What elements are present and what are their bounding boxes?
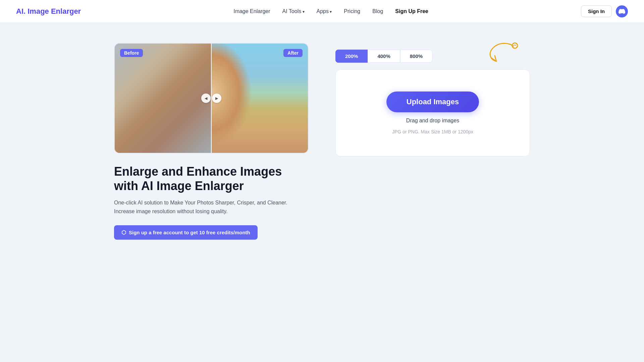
file-info-text: JPG or PNG. Max Size 1MB or 1200px [392,129,473,134]
diamond-icon: ⬡ [121,229,126,236]
site-logo[interactable]: AI. Image Enlarger [16,7,81,16]
nav-item-ai-tools[interactable]: AI Tools [282,8,305,14]
arrow-left-icon: ◀ [201,94,211,103]
nav-link-signup[interactable]: Sign Up Free [395,8,428,14]
hero-cta-button[interactable]: ⬡ Sign up a free account to get 10 free … [114,225,258,240]
nav-item-blog[interactable]: Blog [372,8,383,14]
before-badge: Before [120,49,143,57]
left-section: ◀ ▶ Before After Enlarge and Enhance Ima… [114,43,309,240]
nav-link-pricing[interactable]: Pricing [344,8,360,14]
hero-subtitle: One-click AI solution to Make Your Photo… [114,198,309,216]
drag-drop-text: Drag and drop images [406,118,459,124]
navbar: AI. Image Enlarger Image Enlarger AI Too… [0,0,644,23]
logo-text: AI. Image Enlarger [16,7,81,15]
zoom-400-button[interactable]: 400% [368,50,400,63]
main-content: ◀ ▶ Before After Enlarge and Enhance Ima… [87,23,557,260]
nav-link-apps[interactable]: Apps [317,8,332,14]
sign-in-button[interactable]: Sign In [581,5,612,17]
right-section: 200% 400% 800% Upload Images Drag and dr… [335,43,530,157]
arrow-right-icon: ▶ [212,94,221,103]
nav-links: Image Enlarger AI Tools Apps Pricing Blo… [233,8,428,14]
cta-label: Sign up a free account to get 10 free cr… [129,230,250,235]
before-image [115,44,211,153]
after-badge: After [283,49,303,57]
discord-icon[interactable] [616,5,628,17]
upload-button[interactable]: Upload Images [386,92,479,112]
nav-item-pricing[interactable]: Pricing [344,8,360,14]
arrow-doodle [483,40,523,66]
hero-title: Enlarge and Enhance Images with AI Image… [114,164,309,193]
divider-handle[interactable]: ◀ ▶ [201,94,221,103]
nav-item-signup[interactable]: Sign Up Free [395,8,428,14]
nav-link-image-enlarger[interactable]: Image Enlarger [233,8,270,14]
image-comparison[interactable]: ◀ ▶ Before After [114,43,309,154]
nav-item-image-enlarger[interactable]: Image Enlarger [233,8,270,14]
zoom-800-button[interactable]: 800% [400,50,432,63]
navbar-actions: Sign In [581,5,628,17]
zoom-buttons: 200% 400% 800% [335,50,432,63]
nav-link-blog[interactable]: Blog [372,8,383,14]
nav-link-ai-tools[interactable]: AI Tools [282,8,305,14]
zoom-200-button[interactable]: 200% [335,50,368,63]
nav-item-apps[interactable]: Apps [317,8,332,14]
upload-area[interactable]: Upload Images Drag and drop images JPG o… [335,69,530,157]
